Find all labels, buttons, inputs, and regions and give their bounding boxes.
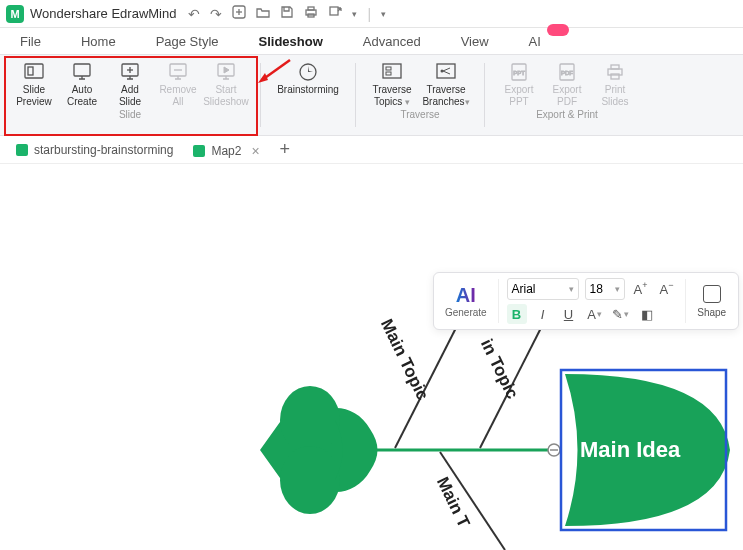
shape-icon (703, 285, 721, 303)
svg-line-23 (443, 71, 450, 74)
svg-rect-19 (386, 72, 391, 75)
add-slide-icon (119, 61, 141, 83)
export-group-label: Export & Print (536, 109, 598, 120)
bold-button[interactable]: B (507, 304, 527, 324)
auto-create-label: Auto Create (67, 84, 97, 107)
tab-page-style[interactable]: Page Style (148, 30, 227, 53)
svg-rect-18 (386, 67, 391, 70)
remove-all-button[interactable]: Remove All (154, 59, 202, 109)
svg-point-34 (280, 386, 340, 454)
app-title: Wondershare EdrawMind (30, 6, 176, 21)
traverse-topics-icon (381, 61, 403, 83)
tab-file[interactable]: File (12, 30, 49, 53)
add-slide-button[interactable]: Add Slide (106, 59, 154, 109)
font-family-select[interactable]: Arial▾ (507, 278, 579, 300)
remove-all-label: Remove All (159, 84, 196, 107)
toolbar-separator (685, 279, 686, 323)
doc-icon (193, 145, 205, 157)
doctab-map2[interactable]: Map2 × (183, 137, 269, 163)
font-size-select[interactable]: 18▾ (585, 278, 625, 300)
quick-access-toolbar: ↶ ↷ ▾ | ▾ (188, 5, 386, 22)
svg-rect-9 (74, 64, 90, 76)
ribbon-separator (355, 63, 356, 127)
new-tab-button[interactable]: + (270, 139, 301, 160)
slide-preview-icon (23, 61, 45, 83)
auto-create-icon (71, 61, 93, 83)
share-chevron-icon[interactable]: ▾ (352, 9, 357, 19)
new-icon[interactable] (232, 5, 246, 22)
ribbon-toolbar: Slide Preview Auto Create Add Slide Remo… (0, 54, 743, 136)
underline-button[interactable]: U (559, 304, 579, 324)
floating-format-toolbar[interactable]: AI Generate Arial▾ 18▾ A+ A− B I U A▾ ✎▾… (433, 272, 739, 330)
traverse-topics-button[interactable]: Traverse Topics ▾ (366, 59, 418, 109)
qat-separator: | (367, 6, 371, 22)
close-tab-icon[interactable]: × (251, 143, 259, 159)
ribbon-group-slide: Slide Preview Auto Create Add Slide Remo… (6, 59, 254, 135)
svg-rect-4 (308, 7, 314, 10)
brainstorming-button[interactable]: Brainstorming (271, 59, 345, 98)
canvas[interactable]: Main Idea Main Topic in Topic Main T AI … (0, 164, 743, 550)
doctab-starbursting[interactable]: starbursting-brainstorming (6, 137, 183, 163)
svg-text:PPT: PPT (513, 70, 525, 76)
menu-tabs: File Home Page Style Slideshow Advanced … (0, 28, 743, 54)
print-slides-icon (604, 61, 626, 83)
redo-icon[interactable]: ↷ (210, 6, 222, 22)
start-slideshow-label: Start Slideshow (203, 84, 249, 107)
doc-icon (16, 144, 28, 156)
svg-rect-20 (437, 64, 455, 78)
start-slideshow-button[interactable]: Start Slideshow (202, 59, 250, 109)
export-ppt-label: Export PPT (505, 84, 534, 107)
export-pdf-button[interactable]: PDF Export PDF (543, 59, 591, 109)
doctab-label: starbursting-brainstorming (34, 143, 173, 157)
document-tabs: starbursting-brainstorming Map2 × + (0, 136, 743, 164)
open-icon[interactable] (256, 5, 270, 22)
slide-preview-button[interactable]: Slide Preview (10, 59, 58, 109)
ai-generate-label: Generate (445, 307, 487, 318)
slide-group-label: Slide (119, 109, 141, 120)
add-slide-label: Add Slide (119, 84, 141, 107)
slide-preview-label: Slide Preview (16, 84, 52, 107)
shape-button[interactable]: Shape (693, 285, 730, 318)
mindmap-svg (0, 164, 743, 550)
tab-advanced[interactable]: Advanced (355, 30, 429, 53)
save-icon[interactable] (280, 5, 294, 22)
increase-font-button[interactable]: A+ (631, 279, 651, 299)
export-pdf-label: Export PDF (553, 84, 582, 107)
ribbon-group-export: PPT Export PPT PDF Export PDF Print Slid… (491, 59, 643, 135)
traverse-group-label: Traverse (400, 109, 439, 120)
tab-view[interactable]: View (453, 30, 497, 53)
tab-ai[interactable]: AI Hot (521, 30, 549, 53)
title-bar: M Wondershare EdrawMind ↶ ↷ ▾ | ▾ (0, 0, 743, 28)
export-ppt-button[interactable]: PPT Export PPT (495, 59, 543, 109)
svg-line-22 (443, 68, 450, 71)
highlight-color-button[interactable]: ✎▾ (611, 304, 631, 324)
ai-generate-button[interactable]: AI Generate (442, 284, 490, 318)
brainstorming-label: Brainstorming (277, 84, 339, 96)
export-pdf-icon: PDF (556, 61, 578, 83)
print-icon[interactable] (304, 5, 318, 22)
print-slides-label: Print Slides (601, 84, 628, 107)
undo-icon[interactable]: ↶ (188, 6, 200, 22)
tab-home[interactable]: Home (73, 30, 124, 53)
tab-ai-label: AI (529, 34, 541, 49)
customize-chevron-icon[interactable]: ▾ (381, 9, 386, 19)
svg-rect-6 (330, 7, 338, 15)
tab-slideshow[interactable]: Slideshow (251, 30, 331, 53)
share-icon[interactable] (328, 5, 342, 22)
traverse-branches-label: Traverse Branches▾ (422, 84, 469, 107)
auto-create-button[interactable]: Auto Create (58, 59, 106, 109)
svg-rect-8 (28, 67, 33, 75)
ai-icon: AI (456, 284, 476, 307)
clear-format-button[interactable]: ◧ (637, 304, 657, 324)
ribbon-separator (260, 63, 261, 127)
ribbon-group-brainstorm: Brainstorming (267, 59, 349, 135)
toolbar-separator (498, 279, 499, 323)
main-idea-node[interactable]: Main Idea (580, 437, 680, 463)
doctab-label: Map2 (211, 144, 241, 158)
italic-button[interactable]: I (533, 304, 553, 324)
print-slides-button[interactable]: Print Slides (591, 59, 639, 109)
traverse-branches-button[interactable]: Traverse Branches▾ (418, 59, 474, 109)
app-logo-icon: M (6, 5, 24, 23)
font-color-button[interactable]: A▾ (585, 304, 605, 324)
decrease-font-button[interactable]: A− (657, 279, 677, 299)
